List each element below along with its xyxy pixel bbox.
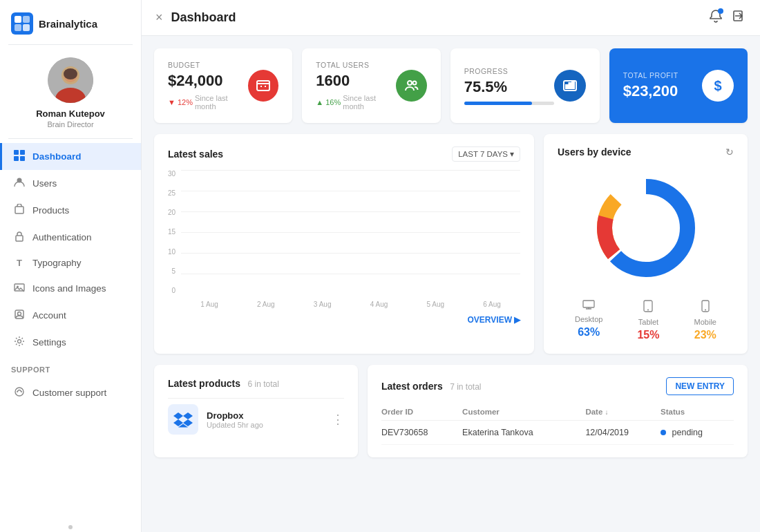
- tablet-icon: [643, 300, 653, 315]
- sales-filter[interactable]: LAST 7 DAYS ▾: [452, 146, 520, 162]
- product-updated: Updated 5hr ago: [207, 421, 323, 429]
- orders-title-group: Latest orders 7 in total: [381, 380, 482, 392]
- support-label: Support: [11, 365, 130, 374]
- users-by-device-card: Users by device ↻: [544, 134, 748, 354]
- y-25: 25: [168, 189, 175, 197]
- typography-icon: T: [13, 258, 26, 268]
- customer-support-label: Customer support: [32, 388, 106, 398]
- close-icon[interactable]: ×: [155, 10, 163, 25]
- exit-icon[interactable]: [732, 9, 746, 26]
- donut-svg: [584, 166, 708, 290]
- sidebar-item-settings[interactable]: Settings: [0, 329, 141, 356]
- notification-icon[interactable]: [709, 9, 723, 26]
- order-customer: Ekaterina Tankova: [462, 421, 585, 445]
- overview-link[interactable]: OVERVIEW ▶: [468, 315, 520, 325]
- account-label: Account: [32, 310, 66, 321]
- svg-point-8: [64, 68, 77, 79]
- budget-label: BUDGET: [168, 61, 248, 69]
- progress-bar-wrap: [464, 102, 554, 105]
- svg-rect-15: [16, 236, 23, 241]
- sidebar-item-typography[interactable]: T Typography: [0, 251, 141, 275]
- products-label: Products: [32, 205, 69, 216]
- budget-icon: [248, 70, 278, 102]
- avatar: [48, 57, 93, 103]
- app-name: Brainalytica: [39, 18, 97, 30]
- dollar-icon: $: [714, 78, 721, 94]
- logo-area: Brainalytica: [0, 0, 141, 44]
- sidebar-item-products[interactable]: Products: [0, 197, 141, 224]
- refresh-button[interactable]: ↻: [725, 146, 734, 158]
- stat-profit: TOTAL PROFIT $23,200 $: [609, 48, 748, 123]
- table-row: DEV730658 Ekaterina Tankova 12/04/2019 p…: [381, 421, 734, 445]
- products-icon: [13, 204, 26, 217]
- sidebar-item-icons[interactable]: Icons and Images: [0, 275, 141, 302]
- auth-icon: [13, 231, 26, 244]
- legend-desktop: Desktop 63%: [575, 300, 602, 341]
- auth-label: Authentication: [32, 232, 92, 243]
- donut-desktop: [605, 187, 687, 269]
- mobile-pct: 23%: [694, 329, 716, 341]
- svg-rect-3: [23, 24, 30, 31]
- svg-point-23: [21, 391, 22, 392]
- scroll-indicator: [0, 522, 141, 532]
- users-change-pct: 16%: [325, 98, 341, 106]
- profit-label: TOTAL PROFIT: [623, 71, 678, 79]
- new-entry-button[interactable]: NEW ENTRY: [666, 377, 734, 395]
- filter-label: LAST 7 DAYS: [458, 150, 508, 158]
- dashboard-label: Dashboard: [32, 151, 82, 162]
- page-content: BUDGET $24,000 ▼ 12% Since last month: [142, 36, 760, 532]
- svg-point-22: [17, 391, 18, 392]
- products-count: 6 in total: [247, 379, 278, 389]
- support-section: Support: [0, 356, 141, 379]
- scroll-dot: [68, 525, 73, 529]
- progress-value: 75.5%: [464, 78, 554, 96]
- stat-progress: PROGRESS 75.5%: [450, 48, 600, 123]
- product-more-icon[interactable]: ⋮: [332, 412, 344, 427]
- bar-chart-main: 1 Aug 2 Aug 3 Aug 4 Aug 5 Aug 6 Aug: [181, 170, 520, 308]
- latest-products-card: Latest products 6 in total: [154, 365, 358, 457]
- order-id: DEV730658: [381, 421, 462, 445]
- y-5: 5: [168, 267, 175, 275]
- status-text: pending: [672, 428, 703, 437]
- legend-tablet: Tablet 15%: [637, 300, 659, 341]
- sidebar-item-account[interactable]: Account: [0, 302, 141, 329]
- sidebar-item-authentication[interactable]: Authentication: [0, 224, 141, 251]
- mobile-icon: [701, 300, 710, 315]
- orders-table: Order ID Customer Date ↓ Status DEV73065…: [381, 403, 734, 445]
- profit-icon: $: [702, 70, 734, 102]
- x-5-aug: 5 Aug: [407, 301, 464, 308]
- filter-chevron: ▾: [510, 149, 514, 159]
- y-0: 0: [168, 287, 175, 294]
- overview-label: OVERVIEW: [468, 315, 512, 325]
- svg-rect-9: [14, 150, 19, 155]
- progress-label: PROGRESS: [464, 67, 554, 75]
- svg-rect-0: [15, 16, 21, 23]
- svg-rect-25: [257, 81, 269, 91]
- sales-chart-header: Latest sales LAST 7 DAYS ▾: [168, 146, 520, 162]
- device-chart-header: Users by device ↻: [558, 146, 734, 158]
- bar-chart-area: 30 25 20 15 10 5 0: [168, 170, 520, 308]
- col-customer: Customer: [462, 403, 585, 421]
- tablet-pct: 15%: [637, 329, 659, 341]
- chart-overview: OVERVIEW ▶: [168, 315, 520, 325]
- icons-icon: [13, 282, 26, 295]
- products-header: Latest products 6 in total: [168, 377, 344, 390]
- users-stat-value: 1600: [316, 72, 396, 90]
- x-6-aug: 6 Aug: [464, 301, 520, 308]
- budget-value: $24,000: [168, 72, 248, 90]
- svg-rect-2: [15, 24, 21, 31]
- sidebar-item-dashboard[interactable]: Dashboard: [0, 143, 141, 170]
- profile-name: Roman Kutepov: [36, 108, 105, 119]
- sidebar-item-customer-support[interactable]: Customer support: [0, 379, 141, 406]
- y-10: 10: [168, 248, 175, 256]
- status-dot: [661, 430, 666, 435]
- dashboard-icon: [13, 150, 26, 163]
- svg-rect-10: [20, 150, 25, 155]
- donut-legend: Desktop 63% Tablet 15%: [558, 300, 734, 341]
- support-icon: [13, 386, 26, 399]
- table-header-row: Order ID Customer Date ↓ Status: [381, 403, 734, 421]
- col-status: Status: [661, 403, 734, 421]
- tablet-label: Tablet: [638, 318, 658, 326]
- down-arrow-icon: ▼: [168, 98, 175, 106]
- sidebar-item-users[interactable]: Users: [0, 170, 141, 197]
